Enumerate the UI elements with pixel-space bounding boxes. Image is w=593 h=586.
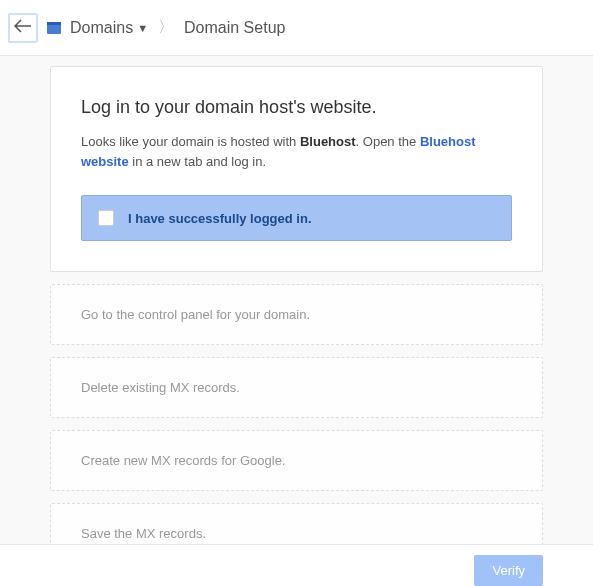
- breadcrumb: Domains ▼ 〉 Domain Setup: [46, 17, 285, 38]
- step-title: Log in to your domain host's website.: [81, 97, 512, 118]
- back-arrow-icon: [14, 17, 32, 38]
- topbar: Domains ▼ 〉 Domain Setup: [0, 0, 593, 56]
- step-label: Delete existing MX records.: [81, 380, 240, 395]
- chevron-right-icon: 〉: [158, 17, 174, 38]
- confirm-login-row[interactable]: I have successfully logged in.: [81, 195, 512, 241]
- step-label: Save the MX records.: [81, 526, 206, 541]
- content: Log in to your domain host's website. Lo…: [0, 56, 593, 564]
- step-label: Go to the control panel for your domain.: [81, 307, 310, 322]
- footer: Verify: [0, 544, 593, 586]
- step-control-panel: Go to the control panel for your domain.: [50, 284, 543, 345]
- svg-rect-1: [47, 22, 61, 25]
- confirm-login-label: I have successfully logged in.: [128, 211, 312, 226]
- confirm-login-checkbox[interactable]: [98, 210, 114, 226]
- step-create-mx: Create new MX records for Google.: [50, 430, 543, 491]
- host-name: Bluehost: [300, 134, 356, 149]
- step-description: Looks like your domain is hosted with Bl…: [81, 132, 512, 171]
- step-label: Create new MX records for Google.: [81, 453, 285, 468]
- verify-button[interactable]: Verify: [474, 555, 543, 586]
- breadcrumb-current: Domain Setup: [184, 19, 285, 37]
- back-button[interactable]: [8, 13, 38, 43]
- breadcrumb-root[interactable]: Domains ▼: [46, 19, 148, 37]
- breadcrumb-root-label: Domains: [70, 19, 133, 37]
- step-delete-mx: Delete existing MX records.: [50, 357, 543, 418]
- domains-icon: [46, 20, 62, 36]
- step-login-card: Log in to your domain host's website. Lo…: [50, 66, 543, 272]
- dropdown-caret-icon: ▼: [137, 22, 148, 34]
